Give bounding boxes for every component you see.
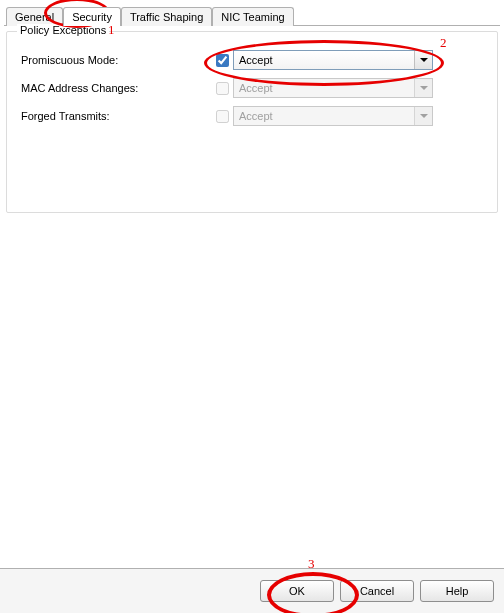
tab-security[interactable]: Security	[63, 7, 121, 26]
checkbox-mac-address-changes[interactable]	[216, 82, 229, 95]
chevron-down-icon	[414, 79, 432, 97]
dropdown-mac-address-changes: Accept	[233, 78, 433, 98]
checkbox-promiscuous-mode[interactable]	[216, 54, 229, 67]
dropdown-promiscuous-mode-value: Accept	[239, 54, 273, 66]
cancel-button[interactable]: Cancel	[340, 580, 414, 602]
label-promiscuous-mode: Promiscuous Mode:	[21, 54, 211, 66]
tab-nic-teaming[interactable]: NIC Teaming	[212, 7, 293, 26]
checkbox-forged-transmits[interactable]	[216, 110, 229, 123]
dropdown-forged-transmits-value: Accept	[239, 110, 273, 122]
dropdown-mac-address-changes-value: Accept	[239, 82, 273, 94]
label-mac-address-changes: MAC Address Changes:	[21, 82, 211, 94]
help-button[interactable]: Help	[420, 580, 494, 602]
policy-exceptions-panel: Policy Exceptions Promiscuous Mode: Acce…	[6, 31, 498, 213]
label-forged-transmits: Forged Transmits:	[21, 110, 211, 122]
ok-button[interactable]: OK	[260, 580, 334, 602]
chevron-down-icon	[414, 107, 432, 125]
chevron-down-icon	[414, 51, 432, 69]
tab-strip: General Security Traffic Shaping NIC Tea…	[4, 2, 500, 25]
dialog-footer: OK Cancel Help	[0, 568, 504, 613]
dropdown-forged-transmits: Accept	[233, 106, 433, 126]
tab-traffic-shaping[interactable]: Traffic Shaping	[121, 7, 212, 26]
dropdown-promiscuous-mode[interactable]: Accept	[233, 50, 433, 70]
